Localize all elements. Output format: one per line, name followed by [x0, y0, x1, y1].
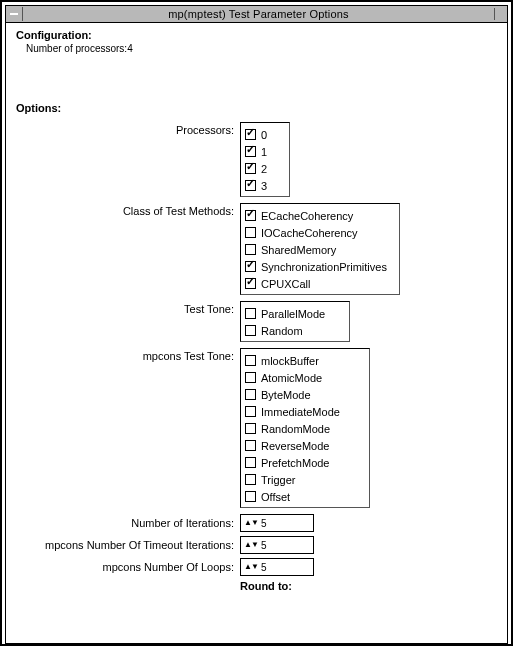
- ctm-option-synchronizationprimitives[interactable]: SynchronizationPrimitives: [245, 258, 395, 275]
- checkbox-icon: [245, 180, 256, 191]
- spinner-arrows-icon[interactable]: ▲▼: [241, 519, 259, 527]
- inner-frame: mp(mptest) Test Parameter Options Config…: [5, 5, 508, 644]
- mtt-option-label: Trigger: [261, 474, 295, 486]
- mtt-option-offset[interactable]: Offset: [245, 488, 365, 505]
- mtt-option-label: ImmediateMode: [261, 406, 340, 418]
- options-heading: Options:: [16, 102, 497, 114]
- mtt-option-randommode[interactable]: RandomMode: [245, 420, 365, 437]
- row-number-of-iterations: Number of Iterations: ▲▼ 5: [16, 514, 497, 532]
- ctm-option-ecachecoherency[interactable]: ECacheCoherency: [245, 207, 395, 224]
- label-mpcons-loops: mpcons Number Of Loops:: [16, 561, 240, 573]
- processors-box: 0 1 2 3: [240, 122, 290, 197]
- mtt-option-label: AtomicMode: [261, 372, 322, 384]
- ctm-option-label: SynchronizationPrimitives: [261, 261, 387, 273]
- test-tone-box: ParallelMode Random: [240, 301, 350, 342]
- processor-option-0[interactable]: 0: [245, 126, 285, 143]
- arrow-down-icon: ▼: [251, 541, 258, 549]
- ctm-option-cpuxcall[interactable]: CPUXCall: [245, 275, 395, 292]
- window-frame: mp(mptest) Test Parameter Options Config…: [0, 0, 513, 646]
- mtt-option-prefetchmode[interactable]: PrefetchMode: [245, 454, 365, 471]
- spinner-value: 5: [259, 518, 313, 529]
- ctm-option-label: CPUXCall: [261, 278, 311, 290]
- ctm-option-sharedmemory[interactable]: SharedMemory: [245, 241, 395, 258]
- row-mpcons-timeout-iterations: mpcons Number Of Timeout Iterations: ▲▼ …: [16, 536, 497, 554]
- row-mpcons-test-tone: mpcons Test Tone: mlockBuffer AtomicMode: [16, 348, 497, 508]
- checkbox-icon: [245, 244, 256, 255]
- row-mpcons-loops: mpcons Number Of Loops: ▲▼ 5: [16, 558, 497, 576]
- spinner-mpcons-timeout-iterations[interactable]: ▲▼ 5: [240, 536, 314, 554]
- spinner-value: 5: [259, 562, 313, 573]
- processor-option-3[interactable]: 3: [245, 177, 285, 194]
- spinner-arrows-icon[interactable]: ▲▼: [241, 563, 259, 571]
- mtt-option-label: ReverseMode: [261, 440, 329, 452]
- label-class-of-test-methods: Class of Test Methods:: [16, 203, 240, 217]
- mtt-option-bytemode[interactable]: ByteMode: [245, 386, 365, 403]
- tt-option-parallelmode[interactable]: ParallelMode: [245, 305, 345, 322]
- checkbox-icon: [245, 146, 256, 157]
- tt-option-label: ParallelMode: [261, 308, 325, 320]
- checkbox-icon: [245, 210, 256, 221]
- form-area: Processors: 0 1: [16, 122, 497, 592]
- spinner-mpcons-loops[interactable]: ▲▼ 5: [240, 558, 314, 576]
- arrow-up-icon: ▲: [244, 541, 251, 549]
- processor-option-2[interactable]: 2: [245, 160, 285, 177]
- ctm-option-label: IOCacheCoherency: [261, 227, 358, 239]
- checkbox-icon: [245, 474, 256, 485]
- window-menu-button[interactable]: [6, 7, 23, 21]
- spinner-number-of-iterations[interactable]: ▲▼ 5: [240, 514, 314, 532]
- content-area: Configuration: Number of processors:4 Op…: [6, 23, 507, 643]
- checkbox-icon: [245, 440, 256, 451]
- mtt-option-label: RandomMode: [261, 423, 330, 435]
- ctm-option-iocachecoherency[interactable]: IOCacheCoherency: [245, 224, 395, 241]
- label-processors: Processors:: [16, 122, 240, 136]
- arrow-down-icon: ▼: [251, 519, 258, 527]
- class-of-test-methods-box: ECacheCoherency IOCacheCoherency SharedM…: [240, 203, 400, 295]
- checkbox-icon: [245, 325, 256, 336]
- label-test-tone: Test Tone:: [16, 301, 240, 315]
- mtt-option-atomicmode[interactable]: AtomicMode: [245, 369, 365, 386]
- mtt-option-label: Offset: [261, 491, 290, 503]
- processor-option-label: 1: [261, 146, 267, 158]
- title-bar: mp(mptest) Test Parameter Options: [6, 6, 507, 23]
- checkbox-icon: [245, 406, 256, 417]
- processor-option-label: 2: [261, 163, 267, 175]
- checkbox-icon: [245, 355, 256, 366]
- window-right-gadget[interactable]: [494, 8, 507, 20]
- spinner-arrows-icon[interactable]: ▲▼: [241, 541, 259, 549]
- ctm-option-label: ECacheCoherency: [261, 210, 353, 222]
- mpcons-test-tone-box: mlockBuffer AtomicMode ByteMode: [240, 348, 370, 508]
- checkbox-icon: [245, 261, 256, 272]
- arrow-down-icon: ▼: [251, 563, 258, 571]
- mtt-option-label: mlockBuffer: [261, 355, 319, 367]
- row-class-of-test-methods: Class of Test Methods: ECacheCoherency I…: [16, 203, 497, 295]
- label-round-to: Round to:: [240, 580, 497, 592]
- arrow-up-icon: ▲: [244, 563, 251, 571]
- tt-option-random[interactable]: Random: [245, 322, 345, 339]
- mtt-option-trigger[interactable]: Trigger: [245, 471, 365, 488]
- spinner-value: 5: [259, 540, 313, 551]
- checkbox-icon: [245, 308, 256, 319]
- processor-option-label: 0: [261, 129, 267, 141]
- mtt-option-reversemode[interactable]: ReverseMode: [245, 437, 365, 454]
- label-mpcons-test-tone: mpcons Test Tone:: [16, 348, 240, 362]
- label-mpcons-timeout-iterations: mpcons Number Of Timeout Iterations:: [16, 539, 240, 551]
- processor-option-label: 3: [261, 180, 267, 192]
- row-processors: Processors: 0 1: [16, 122, 497, 197]
- checkbox-icon: [245, 227, 256, 238]
- checkbox-icon: [245, 491, 256, 502]
- row-test-tone: Test Tone: ParallelMode Random: [16, 301, 497, 342]
- mtt-option-label: PrefetchMode: [261, 457, 329, 469]
- processor-option-1[interactable]: 1: [245, 143, 285, 160]
- checkbox-icon: [245, 389, 256, 400]
- checkbox-icon: [245, 423, 256, 434]
- mtt-option-mlockbuffer[interactable]: mlockBuffer: [245, 352, 365, 369]
- mtt-option-immediatemode[interactable]: ImmediateMode: [245, 403, 365, 420]
- ctm-option-label: SharedMemory: [261, 244, 336, 256]
- tt-option-label: Random: [261, 325, 303, 337]
- checkbox-icon: [245, 278, 256, 289]
- arrow-up-icon: ▲: [244, 519, 251, 527]
- configuration-heading: Configuration:: [16, 29, 497, 41]
- mtt-option-label: ByteMode: [261, 389, 311, 401]
- checkbox-icon: [245, 129, 256, 140]
- checkbox-icon: [245, 163, 256, 174]
